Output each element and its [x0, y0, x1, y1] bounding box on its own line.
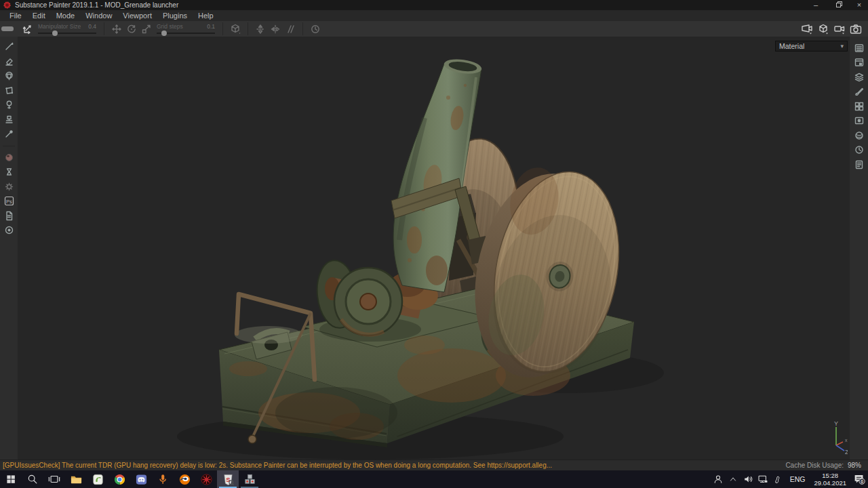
menu-file[interactable]: File [4, 10, 27, 21]
hidden-icons-chevron[interactable] [726, 470, 741, 488]
grid-steps-slider[interactable] [157, 33, 215, 34]
grid-steps-control: Grid steps0.1 [157, 24, 215, 34]
rotate-tool-icon[interactable] [124, 22, 139, 37]
manipulator-size-knob[interactable] [52, 30, 58, 36]
texture-set-list-icon[interactable] [852, 41, 866, 55]
move-tool-icon[interactable] [109, 22, 124, 37]
menu-window[interactable]: Window [80, 10, 117, 21]
task-view-icon [48, 473, 60, 485]
status-bar: [GPUIssuesCheck] The current TDR (GPU ha… [0, 460, 868, 470]
properties-brush-icon[interactable] [852, 85, 866, 99]
slash-toggle-icon[interactable] [283, 22, 298, 37]
circle-plugin-icon[interactable] [2, 223, 16, 237]
axis-gizmo[interactable]: Y x Z [829, 420, 848, 454]
cache-disk-usage-label: Cache Disk Usage: [785, 462, 844, 469]
menu-plugins[interactable]: Plugins [157, 10, 193, 21]
substance-painter-window: Substance Painter 2019.1.1 - MOD_Grenade… [0, 0, 868, 488]
file-explorer-button[interactable] [65, 470, 87, 488]
texture-set-settings-icon[interactable] [852, 56, 866, 70]
hourglass-plugin-icon[interactable] [2, 165, 16, 179]
gizmo-y-label: Y [834, 420, 838, 427]
uv-blocks-app-button[interactable] [239, 470, 260, 488]
3d-viewport[interactable]: Material ▾ Y x Z [18, 37, 850, 460]
app-logo-icon [3, 1, 11, 9]
uv-blocks-icon [243, 473, 256, 486]
screenshot-camera-icon[interactable] [848, 22, 864, 37]
close-button[interactable]: × [849, 0, 868, 10]
layers-icon[interactable] [852, 70, 866, 84]
taskbar-search-button[interactable] [22, 470, 43, 488]
transform-tool-icon[interactable] [20, 22, 35, 37]
blender-button[interactable] [174, 470, 195, 488]
video-camera-icon[interactable] [831, 22, 848, 37]
history-icon[interactable] [852, 143, 866, 157]
polygon-fill-tool[interactable] [2, 83, 16, 98]
chevron-down-icon: ▾ [840, 43, 844, 49]
shelf-icon[interactable] [852, 99, 866, 113]
notification-icon: 6 [852, 472, 866, 486]
photoshop-export-icon[interactable]: Ps [2, 194, 16, 208]
projection-tool[interactable] [2, 68, 16, 83]
camera-projection-icon[interactable] [799, 22, 815, 37]
taskbar-clock[interactable]: 15:28 29.04.2021 [810, 472, 850, 487]
menu-mode[interactable]: Mode [51, 10, 81, 21]
task-view-button[interactable] [43, 470, 65, 488]
menu-edit[interactable]: Edit [27, 10, 51, 21]
3d-model-grenade-launcher[interactable] [18, 37, 850, 460]
paint-tool[interactable] [2, 39, 16, 54]
notification-badge: 6 [861, 479, 863, 484]
shader-settings-icon[interactable] [852, 128, 866, 142]
scale-tool-icon[interactable] [139, 22, 154, 37]
volume-tray-icon[interactable] [741, 470, 755, 488]
discord-button[interactable] [130, 470, 152, 488]
minimize-button[interactable]: – [806, 0, 826, 10]
sphere-plugin-icon[interactable] [2, 150, 16, 165]
material-picker-tool[interactable] [2, 127, 16, 141]
network-tray-icon[interactable] [755, 470, 770, 488]
chrome-icon [113, 473, 126, 486]
grid-steps-label: Grid steps [157, 24, 183, 30]
perspective-cube-icon[interactable] [815, 22, 831, 37]
menu-bar: File Edit Mode Window Viewport Plugins H… [0, 10, 868, 21]
substance-painter-taskbar-button[interactable]: S [217, 470, 239, 488]
ps-letters: Ps [6, 199, 12, 205]
notepad-plus-plus-button[interactable] [87, 470, 108, 488]
restore-button[interactable] [829, 0, 849, 10]
notification-center-button[interactable]: 6 [850, 470, 868, 488]
display-settings-icon[interactable] [852, 114, 866, 128]
menu-help[interactable]: Help [193, 10, 219, 21]
windows-logo-icon [5, 474, 16, 485]
snap-cube-icon[interactable] [228, 22, 243, 37]
voice-app-button[interactable] [152, 470, 174, 488]
gear-plugin-icon[interactable] [2, 180, 16, 194]
manipulator-size-value: 0.4 [88, 24, 96, 30]
folder-icon [70, 473, 83, 486]
symmetry-icon[interactable] [253, 22, 268, 37]
language-indicator[interactable]: ENG [785, 475, 810, 483]
grid-steps-knob[interactable] [161, 30, 167, 36]
people-tray-icon[interactable] [711, 470, 726, 488]
smudge-tool[interactable] [2, 98, 16, 112]
paint-tools-sidebar: Ps [0, 37, 18, 460]
start-button[interactable] [0, 470, 22, 488]
history-reset-icon[interactable] [308, 22, 323, 37]
mirror-icon[interactable] [268, 22, 283, 37]
manipulator-size-slider[interactable] [38, 33, 96, 34]
chrome-button[interactable] [108, 470, 130, 488]
notepad-icon [92, 473, 104, 486]
clone-tool[interactable] [2, 113, 16, 127]
gpu-warning-message: [GPUIssuesCheck] The current TDR (GPU ha… [0, 462, 552, 469]
discord-icon [135, 473, 148, 486]
red-target-app-button[interactable] [195, 470, 217, 488]
eraser-tool[interactable] [2, 54, 16, 68]
log-icon[interactable] [852, 157, 866, 171]
audio-device-tray-icon[interactable] [770, 470, 785, 488]
document-plugin-icon[interactable] [2, 209, 16, 223]
shading-mode-dropdown[interactable]: Material ▾ [775, 41, 848, 52]
menu-viewport[interactable]: Viewport [117, 10, 157, 21]
toolbar-handle[interactable] [1, 26, 14, 31]
substance-painter-icon: S [222, 473, 235, 486]
main-toolbar: Manipulator Size0.4 Grid steps0.1 [0, 21, 868, 37]
system-tray: ENG 15:28 29.04.2021 6 [711, 470, 868, 488]
grid-steps-value: 0.1 [207, 24, 215, 30]
